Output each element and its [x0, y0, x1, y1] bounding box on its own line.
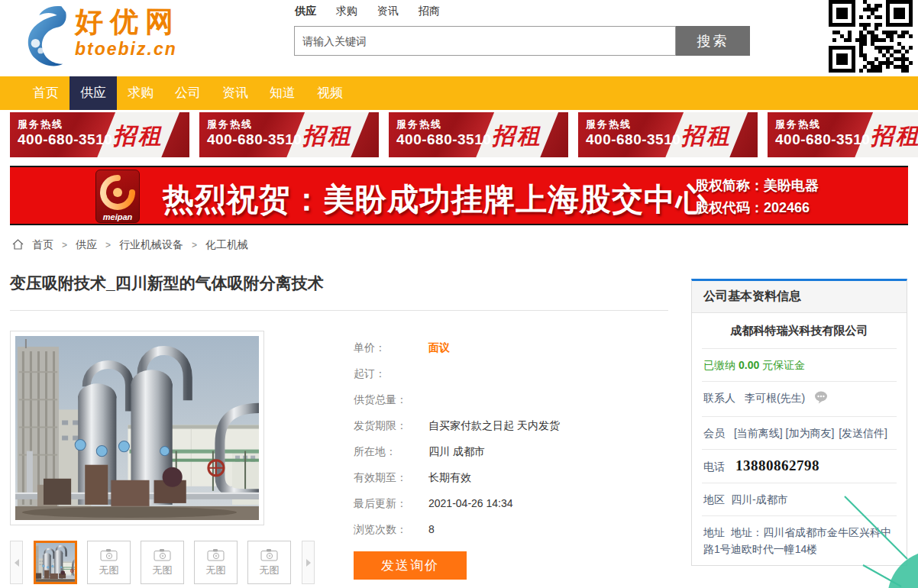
price-value: 面议	[428, 341, 450, 355]
logo-title: 好优网	[75, 5, 180, 40]
breadcrumb-separator: >	[62, 240, 67, 250]
company-panel-title: 公司基本资料信息	[692, 281, 907, 313]
search-input[interactable]	[294, 26, 676, 56]
promo-headline: 热烈祝贺：美盼成功挂牌上海股交中心	[163, 179, 708, 221]
promo-stock-info: 股权简称：美盼电器 股权代码：202466	[695, 175, 819, 219]
thumbnail-placeholder[interactable]: 无图	[194, 541, 238, 584]
ad-hotline-phone: 400-680-3510	[775, 131, 870, 148]
search-tab-buy[interactable]: 求购	[336, 5, 357, 18]
no-image-label: 无图	[153, 564, 173, 577]
title-divider	[10, 310, 668, 311]
detail-row-location: 所在地： 四川 成都市	[354, 445, 560, 471]
address-row: 地址地址：四川省成都市金牛区兴科中路1号迪欧时代一幢14楼	[702, 515, 897, 565]
nav-item-home[interactable]: 首页	[22, 76, 69, 110]
thumbnail-placeholder[interactable]: 无图	[87, 541, 131, 584]
ad-hotline-label: 服务热线	[396, 118, 491, 131]
detail-row-last-updated: 最后更新： 2021-04-26 14:34	[354, 497, 560, 523]
search-tab-news[interactable]: 资讯	[377, 5, 399, 18]
ad-hotline-label: 服务热线	[207, 118, 302, 131]
stock-code-line: 股权代码：202466	[695, 197, 819, 219]
company-name[interactable]: 成都科特瑞兴科技有限公司	[692, 313, 907, 348]
ad-cta-text: 招租	[862, 121, 918, 152]
site-logo[interactable]: 好优网 btoebiz.cn	[23, 5, 180, 72]
ad-cta-text: 招租	[673, 121, 740, 152]
detail-row-delivery-term: 发货期限： 自买家付款之日起 天内发货	[354, 419, 560, 445]
company-info-panel: 公司基本资料信息 成都科特瑞兴科技有限公司 已缴纳0.00元保证金 联系人 李可…	[691, 279, 907, 566]
chevron-right-icon	[306, 559, 311, 567]
breadcrumb-category[interactable]: 行业机械设备	[119, 238, 183, 252]
no-image-label: 无图	[260, 564, 280, 577]
no-image-label: 无图	[206, 564, 226, 577]
ad-hotline-label: 服务热线	[18, 118, 112, 131]
meipan-logo: meipan	[95, 170, 140, 223]
product-details: 单价： 面议 起订： 供货总量： 发货期限： 自买家付款之日起 天内发货 所在地…	[354, 341, 560, 549]
nav-item-news[interactable]: 资讯	[212, 76, 259, 110]
no-image-label: 无图	[99, 564, 119, 577]
breadcrumb-subcategory[interactable]: 化工机械	[205, 238, 248, 252]
breadcrumb-home[interactable]: 首页	[32, 238, 53, 252]
meipan-logo-text: meipan	[96, 212, 139, 221]
breadcrumb-supply[interactable]: 供应	[76, 238, 97, 252]
add-friend-link[interactable]: [加为商友]	[786, 427, 835, 439]
nav-item-know[interactable]: 知道	[259, 76, 306, 110]
thumbnail-placeholder[interactable]: 无图	[141, 541, 184, 584]
member-row: 会员 [当前离线] [加为商友] [发送信件]	[702, 416, 897, 449]
ad-cta-text: 招租	[105, 121, 172, 152]
contact-name: 李可根(先生)	[745, 392, 805, 404]
rental-ad-banner[interactable]: 服务热线 400-680-3510 招租	[389, 112, 568, 157]
phone-number: 13880862798	[735, 457, 819, 473]
detail-row-price: 单价： 面议	[354, 341, 560, 367]
qr-code-image	[829, 0, 913, 73]
thumbnail-selected[interactable]	[34, 541, 77, 584]
breadcrumb-separator: >	[192, 240, 197, 250]
thumbnail-strip: 无图 无图 无图 无图	[10, 541, 315, 584]
send-message-link[interactable]: [发送信件]	[839, 427, 887, 439]
ad-hotline-phone: 400-680-3510	[18, 131, 112, 148]
deposit-amount: 0.00	[739, 359, 759, 371]
search-tab-merchants[interactable]: 招商	[419, 5, 440, 18]
rental-ad-banner[interactable]: 服务热线 400-680-3510 招租	[199, 112, 379, 157]
logo-swirl-icon	[23, 5, 70, 72]
search-tabs: 供应 求购 资讯 招商	[295, 5, 440, 18]
thumbs-prev-button[interactable]	[10, 541, 23, 584]
rental-ad-row: 服务热线 400-680-3510 招租 服务热线 400-680-3510 招…	[0, 112, 918, 157]
thumbnail-placeholder[interactable]: 无图	[247, 541, 291, 584]
ad-hotline-label: 服务热线	[586, 118, 680, 131]
address-value: 地址：四川省成都市金牛区兴科中路1号迪欧时代一幢14楼	[703, 526, 891, 555]
promo-banner[interactable]: meipan 热烈祝贺：美盼成功挂牌上海股交中心 股权简称：美盼电器 股权代码：…	[10, 166, 908, 225]
camera-icon	[100, 548, 118, 561]
phone-row: 电话13880862798	[702, 449, 897, 483]
ad-cta-text: 招租	[294, 121, 361, 152]
chat-bubble-icon[interactable]	[814, 394, 829, 406]
contact-row: 联系人 李可根(先生)	[702, 381, 897, 416]
send-inquiry-button[interactable]: 发送询价	[354, 551, 467, 580]
nav-item-buy[interactable]: 求购	[117, 76, 164, 110]
logo-domain: btoebiz.cn	[75, 40, 180, 58]
rental-ad-banner[interactable]: 服务热线 400-680-3510 招租	[578, 112, 758, 157]
ad-hotline-phone: 400-680-3510	[396, 131, 491, 148]
rental-ad-banner[interactable]: 服务热线 400-680-3510 招租	[768, 112, 918, 157]
chevron-left-icon	[15, 559, 19, 567]
breadcrumb: 首页 > 供应 > 行业机械设备 > 化工机械	[12, 238, 248, 252]
nav-item-video[interactable]: 视频	[306, 76, 354, 110]
product-main-image[interactable]	[10, 331, 264, 525]
detail-row-min-order: 起订：	[354, 367, 560, 393]
site-header: 好优网 btoebiz.cn 供应 求购 资讯 招商 搜索	[0, 0, 918, 76]
detail-row-valid-until: 有效期至： 长期有效	[354, 471, 560, 497]
product-title: 变压吸附技术_四川新型的气体吸附分离技术	[10, 273, 324, 294]
home-icon	[12, 239, 24, 252]
search-tab-supply[interactable]: 供应	[295, 5, 316, 18]
ad-cta-text: 招租	[483, 121, 551, 152]
search-button[interactable]: 搜索	[676, 26, 750, 56]
region-value: 四川-成都市	[731, 493, 788, 506]
breadcrumb-separator: >	[105, 240, 111, 250]
main-nav: 首页 供应 求购 公司 资讯 知道 视频	[0, 76, 918, 110]
camera-icon	[260, 548, 279, 561]
thumbs-next-button[interactable]	[302, 541, 315, 584]
ad-hotline-phone: 400-680-3510	[207, 131, 302, 148]
camera-icon	[154, 548, 172, 561]
rental-ad-banner[interactable]: 服务热线 400-680-3510 招租	[10, 112, 189, 157]
nav-item-supply[interactable]: 供应	[69, 76, 117, 110]
member-status: [当前离线]	[734, 427, 783, 439]
nav-item-company[interactable]: 公司	[164, 76, 212, 110]
